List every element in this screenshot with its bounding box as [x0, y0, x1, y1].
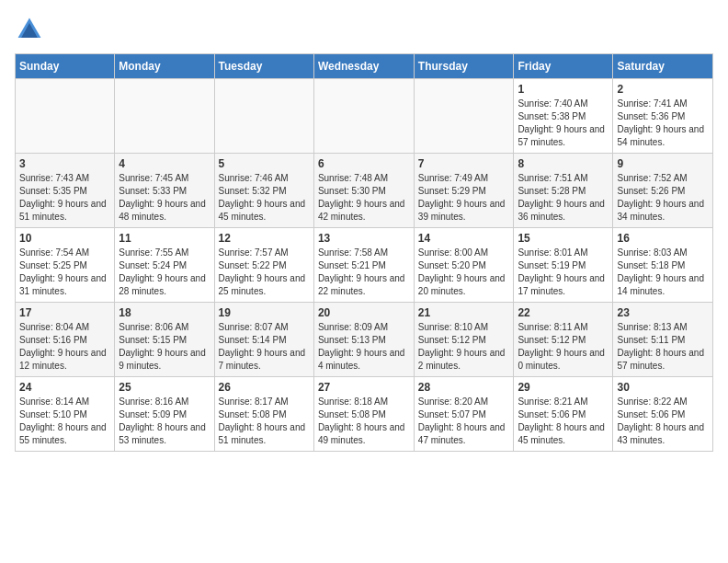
- calendar-cell-26: 26Sunrise: 8:17 AM Sunset: 5:08 PM Dayli…: [214, 377, 313, 452]
- logo-icon: [15, 15, 44, 44]
- calendar-cell-20: 20Sunrise: 8:09 AM Sunset: 5:13 PM Dayli…: [313, 303, 414, 377]
- calendar-cell-17: 17Sunrise: 8:04 AM Sunset: 5:16 PM Dayli…: [16, 303, 115, 377]
- day-info: Sunrise: 8:06 AM Sunset: 5:15 PM Dayligh…: [119, 321, 210, 373]
- day-number: 6: [318, 157, 410, 170]
- day-number: 11: [119, 232, 210, 245]
- day-info: Sunrise: 8:22 AM Sunset: 5:06 PM Dayligh…: [617, 396, 709, 447]
- day-info: Sunrise: 8:21 AM Sunset: 5:06 PM Dayligh…: [518, 396, 609, 447]
- day-number: 1: [518, 83, 609, 96]
- calendar-cell-7: 7Sunrise: 7:49 AM Sunset: 5:29 PM Daylig…: [414, 154, 514, 228]
- calendar-cell-10: 10Sunrise: 7:54 AM Sunset: 5:25 PM Dayli…: [16, 228, 115, 303]
- day-number: 19: [219, 306, 310, 319]
- day-number: 18: [119, 306, 210, 319]
- day-number: 23: [617, 306, 709, 319]
- day-info: Sunrise: 8:00 AM Sunset: 5:20 PM Dayligh…: [418, 247, 510, 298]
- calendar-cell-empty: [313, 79, 414, 154]
- weekday-header-thursday: Thursday: [414, 54, 514, 79]
- day-info: Sunrise: 7:49 AM Sunset: 5:29 PM Dayligh…: [418, 172, 510, 224]
- weekday-header-friday: Friday: [514, 54, 613, 79]
- day-number: 2: [617, 83, 709, 96]
- header: [15, 15, 713, 44]
- day-info: Sunrise: 7:51 AM Sunset: 5:28 PM Dayligh…: [518, 172, 609, 224]
- calendar-row-3: 10Sunrise: 7:54 AM Sunset: 5:25 PM Dayli…: [16, 228, 713, 303]
- day-info: Sunrise: 8:13 AM Sunset: 5:11 PM Dayligh…: [617, 321, 709, 373]
- calendar-cell-28: 28Sunrise: 8:20 AM Sunset: 5:07 PM Dayli…: [414, 377, 514, 452]
- day-number: 8: [518, 157, 609, 170]
- calendar-cell-5: 5Sunrise: 7:46 AM Sunset: 5:32 PM Daylig…: [214, 154, 313, 228]
- day-info: Sunrise: 8:07 AM Sunset: 5:14 PM Dayligh…: [219, 321, 310, 373]
- day-number: 24: [19, 381, 110, 394]
- calendar-cell-27: 27Sunrise: 8:18 AM Sunset: 5:08 PM Dayli…: [313, 377, 414, 452]
- calendar-cell-6: 6Sunrise: 7:48 AM Sunset: 5:30 PM Daylig…: [313, 154, 414, 228]
- day-info: Sunrise: 7:41 AM Sunset: 5:36 PM Dayligh…: [617, 98, 709, 149]
- day-number: 17: [19, 306, 110, 319]
- calendar-cell-21: 21Sunrise: 8:10 AM Sunset: 5:12 PM Dayli…: [414, 303, 514, 377]
- calendar-cell-23: 23Sunrise: 8:13 AM Sunset: 5:11 PM Dayli…: [613, 303, 713, 377]
- calendar-cell-25: 25Sunrise: 8:16 AM Sunset: 5:09 PM Dayli…: [115, 377, 214, 452]
- day-number: 30: [617, 381, 709, 394]
- day-info: Sunrise: 8:09 AM Sunset: 5:13 PM Dayligh…: [318, 321, 410, 373]
- day-info: Sunrise: 7:55 AM Sunset: 5:24 PM Dayligh…: [119, 247, 210, 298]
- day-info: Sunrise: 8:18 AM Sunset: 5:08 PM Dayligh…: [318, 396, 410, 447]
- day-info: Sunrise: 8:04 AM Sunset: 5:16 PM Dayligh…: [19, 321, 110, 373]
- day-number: 27: [318, 381, 410, 394]
- calendar-cell-29: 29Sunrise: 8:21 AM Sunset: 5:06 PM Dayli…: [514, 377, 613, 452]
- calendar-row-4: 17Sunrise: 8:04 AM Sunset: 5:16 PM Dayli…: [16, 303, 713, 377]
- calendar-row-1: 1Sunrise: 7:40 AM Sunset: 5:38 PM Daylig…: [16, 79, 713, 154]
- calendar-cell-empty: [414, 79, 514, 154]
- calendar-cell-18: 18Sunrise: 8:06 AM Sunset: 5:15 PM Dayli…: [115, 303, 214, 377]
- calendar-cell-4: 4Sunrise: 7:45 AM Sunset: 5:33 PM Daylig…: [115, 154, 214, 228]
- day-info: Sunrise: 7:54 AM Sunset: 5:25 PM Dayligh…: [19, 247, 110, 298]
- weekday-header-row: SundayMondayTuesdayWednesdayThursdayFrid…: [16, 54, 713, 79]
- calendar-cell-22: 22Sunrise: 8:11 AM Sunset: 5:12 PM Dayli…: [514, 303, 613, 377]
- day-info: Sunrise: 8:14 AM Sunset: 5:10 PM Dayligh…: [19, 396, 110, 447]
- day-number: 4: [119, 157, 210, 170]
- day-info: Sunrise: 7:58 AM Sunset: 5:21 PM Dayligh…: [318, 247, 410, 298]
- day-info: Sunrise: 7:57 AM Sunset: 5:22 PM Dayligh…: [219, 247, 310, 298]
- calendar-cell-16: 16Sunrise: 8:03 AM Sunset: 5:18 PM Dayli…: [613, 228, 713, 303]
- calendar-cell-8: 8Sunrise: 7:51 AM Sunset: 5:28 PM Daylig…: [514, 154, 613, 228]
- day-info: Sunrise: 8:10 AM Sunset: 5:12 PM Dayligh…: [418, 321, 510, 373]
- calendar-cell-14: 14Sunrise: 8:00 AM Sunset: 5:20 PM Dayli…: [414, 228, 514, 303]
- day-info: Sunrise: 7:46 AM Sunset: 5:32 PM Dayligh…: [219, 172, 310, 224]
- calendar-cell-empty: [16, 79, 115, 154]
- day-info: Sunrise: 7:40 AM Sunset: 5:38 PM Dayligh…: [518, 98, 609, 149]
- calendar-cell-12: 12Sunrise: 7:57 AM Sunset: 5:22 PM Dayli…: [214, 228, 313, 303]
- calendar-cell-30: 30Sunrise: 8:22 AM Sunset: 5:06 PM Dayli…: [613, 377, 713, 452]
- calendar-cell-empty: [115, 79, 214, 154]
- day-info: Sunrise: 8:16 AM Sunset: 5:09 PM Dayligh…: [119, 396, 210, 447]
- day-number: 15: [518, 232, 609, 245]
- day-number: 21: [418, 306, 510, 319]
- calendar-row-5: 24Sunrise: 8:14 AM Sunset: 5:10 PM Dayli…: [16, 377, 713, 452]
- day-info: Sunrise: 8:17 AM Sunset: 5:08 PM Dayligh…: [219, 396, 310, 447]
- calendar-cell-11: 11Sunrise: 7:55 AM Sunset: 5:24 PM Dayli…: [115, 228, 214, 303]
- calendar-cell-2: 2Sunrise: 7:41 AM Sunset: 5:36 PM Daylig…: [613, 79, 713, 154]
- weekday-header-sunday: Sunday: [16, 54, 115, 79]
- day-info: Sunrise: 7:45 AM Sunset: 5:33 PM Dayligh…: [119, 172, 210, 224]
- calendar: SundayMondayTuesdayWednesdayThursdayFrid…: [15, 53, 713, 452]
- day-info: Sunrise: 7:52 AM Sunset: 5:26 PM Dayligh…: [617, 172, 709, 224]
- calendar-row-2: 3Sunrise: 7:43 AM Sunset: 5:35 PM Daylig…: [16, 154, 713, 228]
- calendar-cell-19: 19Sunrise: 8:07 AM Sunset: 5:14 PM Dayli…: [214, 303, 313, 377]
- day-number: 26: [219, 381, 310, 394]
- day-info: Sunrise: 8:11 AM Sunset: 5:12 PM Dayligh…: [518, 321, 609, 373]
- day-number: 20: [318, 306, 410, 319]
- logo: [15, 15, 50, 44]
- day-number: 28: [418, 381, 510, 394]
- day-number: 25: [119, 381, 210, 394]
- day-info: Sunrise: 7:43 AM Sunset: 5:35 PM Dayligh…: [19, 172, 110, 224]
- calendar-cell-9: 9Sunrise: 7:52 AM Sunset: 5:26 PM Daylig…: [613, 154, 713, 228]
- day-info: Sunrise: 8:20 AM Sunset: 5:07 PM Dayligh…: [418, 396, 510, 447]
- day-number: 10: [19, 232, 110, 245]
- day-number: 5: [219, 157, 310, 170]
- calendar-cell-1: 1Sunrise: 7:40 AM Sunset: 5:38 PM Daylig…: [514, 79, 613, 154]
- day-info: Sunrise: 8:03 AM Sunset: 5:18 PM Dayligh…: [617, 247, 709, 298]
- calendar-cell-24: 24Sunrise: 8:14 AM Sunset: 5:10 PM Dayli…: [16, 377, 115, 452]
- day-number: 3: [19, 157, 110, 170]
- day-number: 12: [219, 232, 310, 245]
- day-info: Sunrise: 7:48 AM Sunset: 5:30 PM Dayligh…: [318, 172, 410, 224]
- day-number: 7: [418, 157, 510, 170]
- calendar-cell-13: 13Sunrise: 7:58 AM Sunset: 5:21 PM Dayli…: [313, 228, 414, 303]
- day-number: 13: [318, 232, 410, 245]
- day-number: 29: [518, 381, 609, 394]
